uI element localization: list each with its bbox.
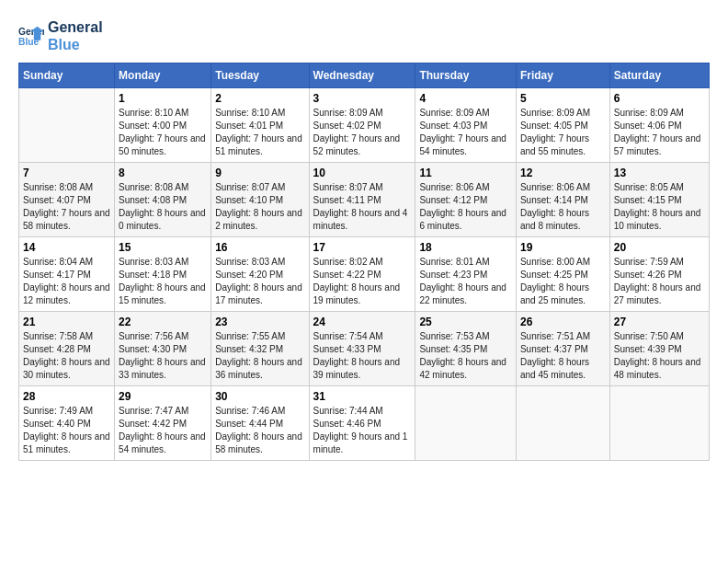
day-number: 28	[23, 390, 110, 403]
calendar-cell: 20Sunrise: 7:59 AMSunset: 4:26 PMDayligh…	[609, 237, 709, 312]
day-detail: Sunrise: 8:09 AMSunset: 4:06 PMDaylight:…	[614, 107, 705, 158]
day-number: 19	[520, 241, 606, 254]
day-detail: Sunrise: 8:10 AMSunset: 4:00 PMDaylight:…	[119, 107, 207, 158]
day-detail: Sunrise: 8:10 AMSunset: 4:01 PMDaylight:…	[215, 107, 304, 158]
day-detail: Sunrise: 7:44 AMSunset: 4:46 PMDaylight:…	[313, 405, 412, 456]
calendar-header-row: SundayMondayTuesdayWednesdayThursdayFrid…	[19, 63, 710, 88]
calendar-cell: 22Sunrise: 7:56 AMSunset: 4:30 PMDayligh…	[115, 312, 211, 386]
day-number: 2	[215, 92, 304, 105]
day-number: 13	[614, 167, 705, 179]
day-detail: Sunrise: 7:47 AMSunset: 4:42 PMDaylight:…	[119, 405, 207, 456]
header-day-wednesday: Wednesday	[309, 63, 415, 88]
calendar-week-2: 7Sunrise: 8:08 AMSunset: 4:07 PMDaylight…	[19, 163, 710, 237]
day-number: 26	[520, 316, 606, 328]
calendar-cell: 23Sunrise: 7:55 AMSunset: 4:32 PMDayligh…	[211, 312, 309, 386]
logo-text-line2: Blue	[48, 36, 103, 53]
day-number: 8	[119, 167, 207, 179]
day-number: 30	[215, 390, 304, 403]
calendar-week-4: 21Sunrise: 7:58 AMSunset: 4:28 PMDayligh…	[19, 312, 710, 386]
day-number: 17	[313, 241, 412, 254]
calendar-cell: 4Sunrise: 8:09 AMSunset: 4:03 PMDaylight…	[415, 88, 517, 163]
day-number: 21	[23, 316, 110, 328]
calendar-cell: 29Sunrise: 7:47 AMSunset: 4:42 PMDayligh…	[115, 386, 211, 461]
day-detail: Sunrise: 7:58 AMSunset: 4:28 PMDaylight:…	[23, 330, 110, 382]
calendar-cell: 25Sunrise: 7:53 AMSunset: 4:35 PMDayligh…	[415, 312, 517, 386]
calendar-cell: 8Sunrise: 8:08 AMSunset: 4:08 PMDaylight…	[115, 163, 211, 237]
day-detail: Sunrise: 7:46 AMSunset: 4:44 PMDaylight:…	[215, 405, 304, 456]
day-number: 11	[419, 167, 512, 179]
calendar-cell	[609, 386, 709, 461]
day-detail: Sunrise: 8:06 AMSunset: 4:14 PMDaylight:…	[520, 181, 606, 233]
day-number: 29	[119, 390, 207, 403]
day-detail: Sunrise: 8:00 AMSunset: 4:25 PMDaylight:…	[520, 256, 606, 307]
day-number: 27	[614, 316, 705, 328]
day-detail: Sunrise: 7:55 AMSunset: 4:32 PMDaylight:…	[215, 330, 304, 382]
day-detail: Sunrise: 8:01 AMSunset: 4:23 PMDaylight:…	[419, 256, 512, 307]
calendar-cell: 16Sunrise: 8:03 AMSunset: 4:20 PMDayligh…	[211, 237, 309, 312]
day-detail: Sunrise: 8:09 AMSunset: 4:03 PMDaylight:…	[419, 107, 512, 158]
calendar-cell: 15Sunrise: 8:03 AMSunset: 4:18 PMDayligh…	[115, 237, 211, 312]
day-detail: Sunrise: 7:53 AMSunset: 4:35 PMDaylight:…	[419, 330, 512, 382]
day-number: 24	[313, 316, 412, 328]
day-detail: Sunrise: 7:56 AMSunset: 4:30 PMDaylight:…	[119, 330, 207, 382]
header-day-friday: Friday	[516, 63, 609, 88]
day-detail: Sunrise: 8:08 AMSunset: 4:08 PMDaylight:…	[119, 181, 207, 233]
calendar-cell: 14Sunrise: 8:04 AMSunset: 4:17 PMDayligh…	[19, 237, 115, 312]
calendar-table: SundayMondayTuesdayWednesdayThursdayFrid…	[18, 63, 710, 461]
day-number: 25	[419, 316, 512, 328]
calendar-cell: 17Sunrise: 8:02 AMSunset: 4:22 PMDayligh…	[309, 237, 415, 312]
calendar-cell: 2Sunrise: 8:10 AMSunset: 4:01 PMDaylight…	[211, 88, 309, 163]
calendar-week-3: 14Sunrise: 8:04 AMSunset: 4:17 PMDayligh…	[19, 237, 710, 312]
day-detail: Sunrise: 8:07 AMSunset: 4:11 PMDaylight:…	[313, 181, 412, 233]
calendar-cell: 19Sunrise: 8:00 AMSunset: 4:25 PMDayligh…	[516, 237, 609, 312]
calendar-cell: 7Sunrise: 8:08 AMSunset: 4:07 PMDaylight…	[19, 163, 115, 237]
day-detail: Sunrise: 8:09 AMSunset: 4:05 PMDaylight:…	[520, 107, 606, 158]
day-detail: Sunrise: 8:03 AMSunset: 4:18 PMDaylight:…	[119, 256, 207, 307]
day-number: 14	[23, 241, 110, 254]
calendar-cell: 6Sunrise: 8:09 AMSunset: 4:06 PMDaylight…	[609, 88, 709, 163]
calendar-cell: 18Sunrise: 8:01 AMSunset: 4:23 PMDayligh…	[415, 237, 517, 312]
day-detail: Sunrise: 8:02 AMSunset: 4:22 PMDaylight:…	[313, 256, 412, 307]
day-number: 31	[313, 390, 412, 403]
calendar-cell: 28Sunrise: 7:49 AMSunset: 4:40 PMDayligh…	[19, 386, 115, 461]
calendar-cell	[19, 88, 115, 163]
day-detail: Sunrise: 7:51 AMSunset: 4:37 PMDaylight:…	[520, 330, 606, 382]
calendar-cell: 11Sunrise: 8:06 AMSunset: 4:12 PMDayligh…	[415, 163, 517, 237]
calendar-cell: 26Sunrise: 7:51 AMSunset: 4:37 PMDayligh…	[516, 312, 609, 386]
day-number: 16	[215, 241, 304, 254]
day-detail: Sunrise: 7:49 AMSunset: 4:40 PMDaylight:…	[23, 405, 110, 456]
day-detail: Sunrise: 8:05 AMSunset: 4:15 PMDaylight:…	[614, 181, 705, 233]
day-number: 10	[313, 167, 412, 179]
logo-text-line1: General	[48, 18, 103, 36]
header-day-thursday: Thursday	[415, 63, 517, 88]
day-detail: Sunrise: 8:09 AMSunset: 4:02 PMDaylight:…	[313, 107, 412, 158]
logo: General Blue General Blue	[18, 18, 103, 53]
day-detail: Sunrise: 8:08 AMSunset: 4:07 PMDaylight:…	[23, 181, 110, 233]
day-number: 4	[419, 92, 512, 105]
calendar-cell: 30Sunrise: 7:46 AMSunset: 4:44 PMDayligh…	[211, 386, 309, 461]
calendar-cell	[415, 386, 517, 461]
day-detail: Sunrise: 7:59 AMSunset: 4:26 PMDaylight:…	[614, 256, 705, 307]
day-number: 7	[23, 167, 110, 179]
page-header: General Blue General Blue	[18, 18, 710, 53]
header-day-tuesday: Tuesday	[211, 63, 309, 88]
day-detail: Sunrise: 8:06 AMSunset: 4:12 PMDaylight:…	[419, 181, 512, 233]
calendar-cell: 27Sunrise: 7:50 AMSunset: 4:39 PMDayligh…	[609, 312, 709, 386]
calendar-cell: 10Sunrise: 8:07 AMSunset: 4:11 PMDayligh…	[309, 163, 415, 237]
day-detail: Sunrise: 7:54 AMSunset: 4:33 PMDaylight:…	[313, 330, 412, 382]
day-number: 9	[215, 167, 304, 179]
day-number: 15	[119, 241, 207, 254]
day-number: 1	[119, 92, 207, 105]
day-number: 3	[313, 92, 412, 105]
calendar-cell: 5Sunrise: 8:09 AMSunset: 4:05 PMDaylight…	[516, 88, 609, 163]
day-number: 5	[520, 92, 606, 105]
calendar-cell: 3Sunrise: 8:09 AMSunset: 4:02 PMDaylight…	[309, 88, 415, 163]
day-detail: Sunrise: 8:07 AMSunset: 4:10 PMDaylight:…	[215, 181, 304, 233]
calendar-cell	[516, 386, 609, 461]
header-day-monday: Monday	[115, 63, 211, 88]
calendar-body: 1Sunrise: 8:10 AMSunset: 4:00 PMDaylight…	[19, 88, 710, 461]
day-detail: Sunrise: 8:04 AMSunset: 4:17 PMDaylight:…	[23, 256, 110, 307]
day-number: 22	[119, 316, 207, 328]
day-number: 6	[614, 92, 705, 105]
calendar-cell: 24Sunrise: 7:54 AMSunset: 4:33 PMDayligh…	[309, 312, 415, 386]
